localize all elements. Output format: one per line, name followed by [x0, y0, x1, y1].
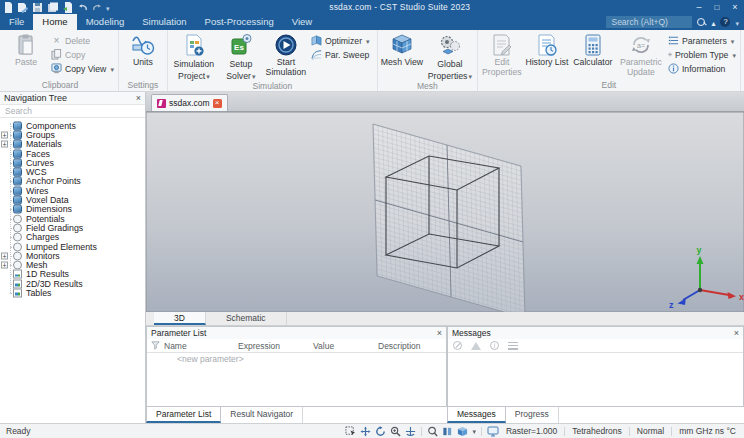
message-details-icon[interactable] [508, 342, 518, 350]
tree-item-potentials[interactable]: Potentials [0, 214, 145, 223]
edit-properties-button[interactable]: Edit Properties [480, 30, 524, 77]
column-expression[interactable]: Expression [238, 341, 313, 351]
expand-icon[interactable] [1, 141, 8, 148]
information-button[interactable]: Information [668, 63, 736, 74]
column-value[interactable]: Value [313, 341, 378, 351]
collapse-ribbon-icon[interactable] [711, 17, 715, 28]
mode-indicator[interactable]: Normal [635, 426, 666, 436]
tab-file[interactable]: File [0, 14, 33, 30]
zoom-window-icon[interactable] [427, 426, 438, 437]
parametric-update-button[interactable]: a= Parametric Update [617, 30, 665, 77]
delete-button[interactable]: ×Delete [51, 35, 114, 46]
units-button[interactable]: Units [121, 30, 165, 68]
view-options-dropdown-icon[interactable] [472, 426, 476, 436]
tree-item-2d-3d-results[interactable]: 2D/3D Results [0, 279, 145, 288]
select-tool-icon[interactable] [345, 426, 356, 437]
search-input[interactable] [606, 16, 692, 28]
tree-item-charges[interactable]: Charges [0, 233, 145, 242]
tab-schematic[interactable]: Schematic [206, 312, 287, 325]
close-panel-icon[interactable] [437, 329, 442, 338]
tree-item-components[interactable]: Components [0, 121, 145, 130]
rotate-tool-icon[interactable] [375, 426, 386, 437]
raster-display-icon[interactable] [487, 426, 499, 437]
tree-item-voxel-data[interactable]: Voxel Data [0, 195, 145, 204]
expand-icon[interactable] [1, 131, 8, 138]
help-icon[interactable]: ? [720, 17, 730, 27]
undo-icon[interactable] [78, 2, 88, 12]
help-dropdown-icon[interactable] [735, 17, 739, 28]
minimize-button[interactable] [690, 0, 708, 15]
column-name[interactable]: Name [164, 341, 238, 351]
units-indicator[interactable]: mm GHz ns °C [677, 426, 738, 436]
tree-item-lumped-elements[interactable]: Lumped Elements [0, 242, 145, 251]
close-tab-icon[interactable] [213, 99, 222, 108]
problem-type-button[interactable]: Problem Type [668, 49, 736, 60]
tab-progress[interactable]: Progress [506, 407, 559, 423]
tree-item-anchor-points[interactable]: Anchor Points [0, 177, 145, 186]
expand-icon[interactable] [1, 262, 8, 269]
close-panel-icon[interactable] [734, 329, 739, 338]
document-tab[interactable]: ssdax.com [151, 94, 228, 111]
tree-item-curves[interactable]: Curves [0, 158, 145, 167]
history-list-button[interactable]: History List [525, 30, 569, 68]
split-view-icon[interactable] [442, 426, 453, 437]
tab-view[interactable]: View [283, 14, 321, 30]
close-button[interactable] [726, 0, 744, 15]
viewport-3d-canvas[interactable]: y x z [146, 112, 744, 312]
optimizer-button[interactable]: Optimizer [311, 35, 373, 46]
errors-filter-icon[interactable] [453, 341, 462, 350]
redo-icon[interactable] [92, 2, 102, 12]
calculator-button[interactable]: Calculator [570, 30, 616, 68]
tree-item-monitors[interactable]: Monitors [0, 251, 145, 260]
new-file-icon[interactable] [4, 2, 13, 13]
warnings-filter-icon[interactable] [471, 342, 481, 350]
filter-icon[interactable] [151, 341, 160, 350]
tree-item-wcs[interactable]: WCS [0, 167, 145, 176]
simulation-project-button[interactable]: Simulation Project [170, 30, 218, 81]
tab-home[interactable]: Home [33, 14, 76, 30]
paste-button[interactable]: Paste [4, 30, 48, 68]
copy-button[interactable]: Copy [51, 49, 114, 60]
expand-icon[interactable] [1, 252, 8, 259]
tab-messages[interactable]: Messages [447, 407, 506, 423]
pan-tool-icon[interactable] [360, 426, 371, 437]
tree-item-1d-results[interactable]: 1D Results [0, 270, 145, 279]
save-icon[interactable] [32, 2, 43, 13]
tab-parameter-list[interactable]: Parameter List [146, 407, 221, 423]
mesh-type-indicator[interactable]: Tetrahedrons [570, 426, 624, 436]
setup-solver-button[interactable]: Es Setup Solver [219, 30, 263, 81]
column-description[interactable]: Description [378, 341, 446, 351]
view-3d-icon[interactable] [457, 426, 468, 437]
global-properties-button[interactable]: Global Properties [425, 30, 475, 81]
tree-item-dimensions[interactable]: Dimensions [0, 205, 145, 214]
tree-item-wires[interactable]: Wires [0, 186, 145, 195]
import-icon[interactable] [63, 2, 74, 13]
tree-item-tables[interactable]: Tables [0, 288, 145, 297]
maximize-button[interactable] [708, 0, 726, 15]
tree-item-groups[interactable]: Groups [0, 130, 145, 139]
parameters-button[interactable]: Parameters [668, 35, 736, 46]
new-parameter-row[interactable]: <new parameter> [147, 353, 446, 365]
tree-item-mesh[interactable]: Mesh [0, 260, 145, 269]
spin-tool-icon[interactable] [405, 426, 416, 437]
mesh-view-button[interactable]: Mesh View [380, 30, 424, 68]
search-icon[interactable] [697, 18, 706, 27]
copy-view-button[interactable]: Copy View [51, 63, 114, 74]
open-file-icon[interactable] [17, 2, 28, 13]
start-simulation-button[interactable]: Start Simulation [264, 30, 308, 77]
zoom-tool-icon[interactable] [390, 426, 401, 437]
tab-3d[interactable]: 3D [154, 312, 206, 325]
tree-item-field-gradings[interactable]: Field Gradings [0, 223, 145, 232]
par-sweep-button[interactable]: Par. Sweep [311, 49, 373, 60]
tree-search-input[interactable] [0, 105, 145, 118]
save-all-icon[interactable] [47, 2, 59, 13]
tree-item-faces[interactable]: Faces [0, 149, 145, 158]
tab-post-processing[interactable]: Post-Processing [196, 14, 283, 30]
close-panel-icon[interactable] [136, 94, 141, 103]
info-filter-icon[interactable] [490, 341, 499, 350]
tab-modeling[interactable]: Modeling [77, 14, 134, 30]
tree-item-materials[interactable]: Materials [0, 140, 145, 149]
tab-simulation[interactable]: Simulation [133, 14, 195, 30]
tab-result-navigator[interactable]: Result Navigator [221, 407, 303, 423]
viewport-3d[interactable]: y x z [146, 112, 744, 312]
